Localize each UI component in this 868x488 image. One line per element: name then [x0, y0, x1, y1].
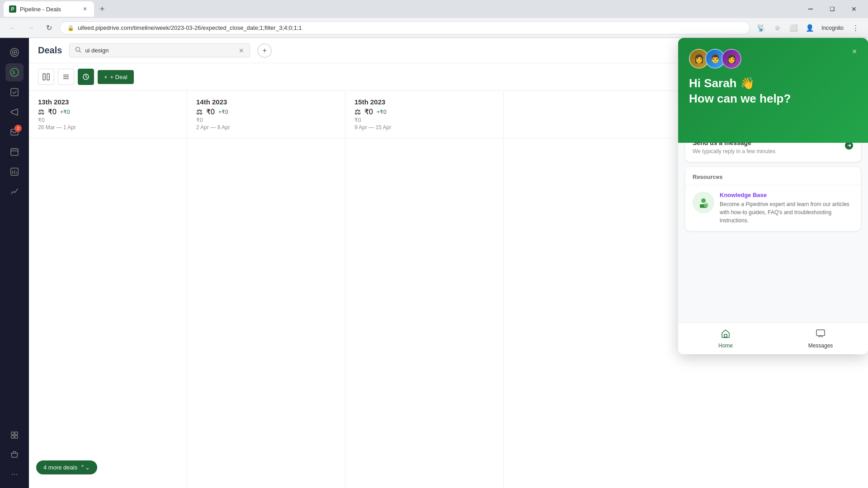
sidebar-item-campaigns[interactable]: [5, 103, 24, 121]
active-tab[interactable]: P Pipeline - Deals ✕: [4, 1, 94, 17]
add-deal-button[interactable]: + + Deal: [98, 70, 134, 84]
col-3-range: 9 Apr — 15 Apr: [354, 124, 494, 131]
sidebar-item-calendar[interactable]: [5, 143, 24, 161]
sidebar-item-insights[interactable]: [5, 183, 24, 201]
chat-greeting: Hi Sarah 👋 How can we help?: [689, 76, 857, 107]
chat-body: Send us a message We typically reply in …: [678, 125, 868, 323]
svg-rect-16: [43, 74, 45, 80]
col-3-balance-icon: ⚖: [354, 108, 361, 116]
svg-point-26: [704, 203, 708, 207]
search-bar[interactable]: ✕: [69, 43, 250, 57]
page-title: Deals: [38, 45, 62, 56]
chat-home-button[interactable]: Home: [678, 323, 773, 354]
col-2-date: 14th 2023: [196, 98, 336, 106]
home-label: Home: [718, 343, 733, 349]
chat-close-button[interactable]: ×: [848, 45, 861, 58]
search-clear-button[interactable]: ✕: [239, 47, 244, 54]
chat-avatar-3: 👩: [722, 49, 741, 69]
svg-rect-9: [11, 149, 18, 155]
svg-rect-27: [724, 334, 727, 337]
extension-button[interactable]: ⬜: [786, 21, 801, 35]
toolbar-actions: 📡 ☆ ⬜ 👤 Incognito ⋮: [754, 21, 863, 35]
col-1-date: 13th 2023: [38, 98, 178, 106]
timeline-body-col-3: [345, 138, 504, 488]
send-message-subtitle: We typically reply in a few minutes: [693, 148, 844, 155]
url-text: uifeed.pipedrive.com/timeline/week/2023-…: [78, 24, 742, 31]
knowledge-base-item[interactable]: Knowledge Base Become a Pipedrive expert…: [685, 185, 861, 231]
col-1-range: 26 Mar — 1 Apr: [38, 124, 178, 131]
svg-rect-7: [11, 89, 18, 96]
svg-point-24: [701, 198, 706, 203]
resources-title: Resources: [685, 167, 861, 185]
forward-button[interactable]: →: [24, 21, 38, 35]
inbox-badge: 2: [14, 125, 22, 132]
col-1-balance-icon: ⚖: [38, 108, 44, 116]
col-1-change: +₹0: [60, 109, 70, 115]
window-maximize-button[interactable]: [822, 2, 843, 16]
tab-bar: P Pipeline - Deals ✕ + ✕: [0, 0, 868, 18]
chat-greeting-line1: Hi Sarah 👋: [689, 76, 857, 91]
reload-button[interactable]: ↻: [42, 21, 56, 35]
sidebar-more-button[interactable]: ···: [7, 466, 21, 483]
sidebar-item-marketplace[interactable]: [5, 446, 24, 464]
browser-chrome: P Pipeline - Deals ✕ + ✕ ← → ↻ 🔒 uifeed.…: [0, 0, 868, 38]
resources-section: Resources Knowledge Base Become a Pipedr…: [685, 167, 861, 231]
send-message-arrow: [844, 141, 854, 152]
more-deals-icon: ⌃⌄: [80, 464, 90, 471]
svg-rect-14: [15, 436, 18, 438]
home-icon: [721, 328, 731, 341]
knowledge-base-icon: [693, 192, 714, 213]
messages-label: Messages: [808, 343, 833, 349]
new-tab-button[interactable]: +: [96, 3, 108, 15]
more-deals-label: 4 more deals: [43, 464, 77, 471]
search-input[interactable]: [85, 47, 235, 54]
col-2-stats: ⚖ ₹0 +₹0: [196, 108, 336, 116]
kanban-view-button[interactable]: [38, 69, 54, 85]
sidebar-item-deals[interactable]: $: [5, 63, 24, 81]
sidebar-item-inbox[interactable]: 2: [5, 123, 24, 141]
col-2-change: +₹0: [218, 109, 228, 115]
profile-button[interactable]: 👤: [802, 21, 817, 35]
list-view-button[interactable]: [58, 69, 74, 85]
left-sidebar: $ 2 ···: [0, 38, 29, 488]
svg-rect-28: [816, 330, 825, 336]
chat-greeting-name: Hi Sarah: [689, 76, 737, 90]
knowledge-base-link[interactable]: Knowledge Base: [720, 192, 854, 198]
address-bar[interactable]: 🔒 uifeed.pipedrive.com/timeline/week/202…: [60, 21, 750, 34]
col-2-amount: ₹0: [206, 108, 215, 116]
messages-icon: [816, 328, 826, 341]
incognito-label: Incognito: [819, 21, 846, 35]
col-1-total: ₹0: [38, 117, 178, 123]
window-minimize-button[interactable]: [800, 2, 821, 16]
chat-widget: × 👩 👨 👩 Hi Sarah 👋 How can we help? S: [678, 38, 868, 354]
col-2-range: 2 Apr — 8 Apr: [196, 124, 336, 131]
chat-footer: Home Messages: [678, 323, 868, 354]
tab-close-button[interactable]: ✕: [81, 5, 89, 13]
svg-rect-17: [47, 74, 49, 80]
lock-icon: 🔒: [67, 25, 74, 31]
add-deal-label: + Deal: [110, 74, 127, 80]
svg-rect-11: [11, 432, 14, 435]
more-deals-button[interactable]: 4 more deals ⌃⌄: [36, 460, 97, 474]
svg-point-4: [14, 52, 15, 53]
sidebar-item-products[interactable]: [5, 426, 24, 444]
col-1-stats: ⚖ ₹0 +₹0: [38, 108, 178, 116]
window-close-button[interactable]: ✕: [844, 2, 864, 16]
sidebar-item-targets[interactable]: [5, 43, 24, 61]
cast-button[interactable]: 📡: [754, 21, 768, 35]
add-button[interactable]: +: [257, 43, 272, 58]
col-3-stats: ⚖ ₹0 +₹0: [354, 108, 494, 116]
bookmark-button[interactable]: ☆: [770, 21, 784, 35]
back-button[interactable]: ←: [5, 21, 20, 35]
timeline-body-col-1: [29, 138, 187, 488]
timeline-view-button[interactable]: [78, 69, 94, 85]
timeline-body-col-2: [187, 138, 345, 488]
sidebar-item-reports[interactable]: [5, 163, 24, 181]
menu-button[interactable]: ⋮: [848, 21, 863, 35]
chat-greeting-line2: How can we help?: [689, 91, 857, 107]
svg-text:$: $: [12, 70, 15, 75]
sidebar-item-activities[interactable]: [5, 83, 24, 101]
col-2-balance-icon: ⚖: [196, 108, 203, 116]
chat-messages-button[interactable]: Messages: [773, 323, 868, 354]
knowledge-base-desc: Become a Pipedrive expert and learn from…: [720, 200, 854, 225]
